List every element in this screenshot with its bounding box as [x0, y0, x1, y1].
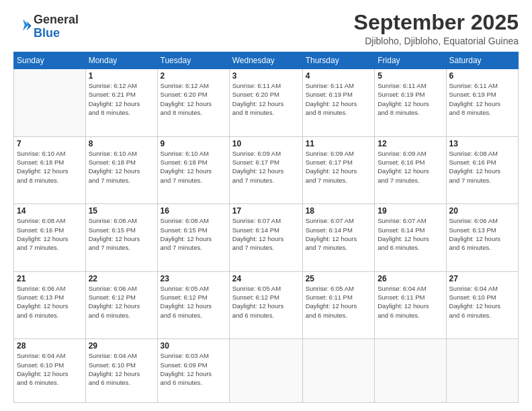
calendar-header-thursday: Thursday — [302, 52, 375, 69]
calendar-cell: 17Sunrise: 6:07 AMSunset: 6:14 PMDayligh… — [229, 204, 302, 272]
calendar-cell — [446, 339, 518, 403]
day-info: Sunrise: 6:11 AMSunset: 6:19 PMDaylight:… — [306, 81, 372, 117]
day-number: 28 — [17, 341, 83, 351]
calendar-header-sunday: Sunday — [14, 52, 86, 69]
day-number: 10 — [232, 139, 300, 148]
month-title: September 2025 — [354, 11, 519, 34]
day-number: 24 — [232, 274, 300, 283]
day-number: 8 — [89, 139, 154, 148]
calendar-cell: 19Sunrise: 6:07 AMSunset: 6:14 PMDayligh… — [375, 204, 446, 272]
calendar-week-row: 7Sunrise: 6:10 AMSunset: 6:18 PMDaylight… — [14, 136, 519, 204]
day-number: 26 — [378, 274, 443, 283]
day-info: Sunrise: 6:10 AMSunset: 6:18 PMDaylight:… — [89, 149, 154, 185]
location-subtitle: Djibloho, Djibloho, Equatorial Guinea — [354, 36, 519, 46]
page: General Blue September 2025 Djibloho, Dj… — [0, 0, 532, 411]
day-number: 25 — [306, 274, 372, 283]
day-info: Sunrise: 6:09 AMSunset: 6:16 PMDaylight:… — [378, 149, 443, 185]
calendar-cell: 24Sunrise: 6:05 AMSunset: 6:12 PMDayligh… — [229, 271, 302, 339]
day-number: 9 — [161, 139, 226, 148]
calendar-cell: 29Sunrise: 6:04 AMSunset: 6:10 PMDayligh… — [85, 339, 157, 403]
day-number: 11 — [306, 139, 372, 148]
day-info: Sunrise: 6:11 AMSunset: 6:19 PMDaylight:… — [378, 81, 443, 117]
calendar-cell: 11Sunrise: 6:09 AMSunset: 6:17 PMDayligh… — [302, 136, 375, 204]
day-info: Sunrise: 6:12 AMSunset: 6:21 PMDaylight:… — [89, 81, 154, 117]
calendar-header-row: SundayMondayTuesdayWednesdayThursdayFrid… — [14, 52, 519, 69]
calendar-cell: 27Sunrise: 6:04 AMSunset: 6:10 PMDayligh… — [446, 271, 518, 339]
day-number: 27 — [449, 274, 515, 283]
day-number: 20 — [449, 206, 515, 216]
day-info: Sunrise: 6:05 AMSunset: 6:11 PMDaylight:… — [306, 284, 372, 320]
calendar-cell: 14Sunrise: 6:08 AMSunset: 6:16 PMDayligh… — [14, 204, 86, 272]
calendar-cell: 6Sunrise: 6:11 AMSunset: 6:19 PMDaylight… — [446, 69, 518, 137]
day-number: 7 — [17, 139, 83, 148]
day-info: Sunrise: 6:12 AMSunset: 6:20 PMDaylight:… — [161, 81, 226, 117]
calendar-cell: 7Sunrise: 6:10 AMSunset: 6:18 PMDaylight… — [14, 136, 86, 204]
calendar-week-row: 14Sunrise: 6:08 AMSunset: 6:16 PMDayligh… — [14, 204, 519, 272]
day-number: 22 — [89, 274, 154, 283]
calendar-cell: 22Sunrise: 6:06 AMSunset: 6:12 PMDayligh… — [85, 271, 157, 339]
calendar-cell: 23Sunrise: 6:05 AMSunset: 6:12 PMDayligh… — [157, 271, 229, 339]
calendar-table: SundayMondayTuesdayWednesdayThursdayFrid… — [13, 52, 519, 403]
day-number: 12 — [378, 139, 443, 148]
day-number: 17 — [232, 206, 300, 216]
day-info: Sunrise: 6:06 AMSunset: 6:12 PMDaylight:… — [89, 284, 154, 320]
calendar-header-wednesday: Wednesday — [229, 52, 302, 69]
calendar-cell: 2Sunrise: 6:12 AMSunset: 6:20 PMDaylight… — [157, 69, 229, 137]
calendar-cell: 30Sunrise: 6:03 AMSunset: 6:09 PMDayligh… — [157, 339, 229, 403]
calendar-cell: 9Sunrise: 6:10 AMSunset: 6:18 PMDaylight… — [157, 136, 229, 204]
day-info: Sunrise: 6:04 AMSunset: 6:10 PMDaylight:… — [449, 284, 515, 320]
calendar-cell: 12Sunrise: 6:09 AMSunset: 6:16 PMDayligh… — [375, 136, 446, 204]
day-info: Sunrise: 6:10 AMSunset: 6:18 PMDaylight:… — [17, 149, 83, 185]
day-info: Sunrise: 6:07 AMSunset: 6:14 PMDaylight:… — [232, 216, 300, 252]
calendar-cell: 25Sunrise: 6:05 AMSunset: 6:11 PMDayligh… — [302, 271, 375, 339]
calendar-header-monday: Monday — [85, 52, 157, 69]
day-info: Sunrise: 6:10 AMSunset: 6:18 PMDaylight:… — [161, 149, 226, 185]
calendar-week-row: 28Sunrise: 6:04 AMSunset: 6:10 PMDayligh… — [14, 339, 519, 403]
day-info: Sunrise: 6:08 AMSunset: 6:15 PMDaylight:… — [161, 216, 226, 252]
day-number: 30 — [161, 341, 226, 351]
calendar-cell: 26Sunrise: 6:04 AMSunset: 6:11 PMDayligh… — [375, 271, 446, 339]
calendar-cell — [302, 339, 375, 403]
day-number: 2 — [161, 71, 226, 81]
day-info: Sunrise: 6:06 AMSunset: 6:13 PMDaylight:… — [449, 216, 515, 252]
day-number: 5 — [378, 71, 443, 81]
calendar-cell: 20Sunrise: 6:06 AMSunset: 6:13 PMDayligh… — [446, 204, 518, 272]
day-number: 14 — [17, 206, 83, 216]
day-number: 1 — [89, 71, 154, 81]
day-number: 3 — [232, 71, 300, 81]
calendar-cell: 21Sunrise: 6:06 AMSunset: 6:13 PMDayligh… — [14, 271, 86, 339]
calendar-cell: 4Sunrise: 6:11 AMSunset: 6:19 PMDaylight… — [302, 69, 375, 137]
day-info: Sunrise: 6:07 AMSunset: 6:14 PMDaylight:… — [306, 216, 372, 252]
day-number: 23 — [161, 274, 226, 283]
day-info: Sunrise: 6:11 AMSunset: 6:19 PMDaylight:… — [449, 81, 515, 117]
calendar-cell: 3Sunrise: 6:11 AMSunset: 6:20 PMDaylight… — [229, 69, 302, 137]
calendar-cell: 13Sunrise: 6:08 AMSunset: 6:16 PMDayligh… — [446, 136, 518, 204]
day-number: 15 — [89, 206, 154, 216]
calendar-cell: 10Sunrise: 6:09 AMSunset: 6:17 PMDayligh… — [229, 136, 302, 204]
calendar-cell: 28Sunrise: 6:04 AMSunset: 6:10 PMDayligh… — [14, 339, 86, 403]
logo: General Blue — [13, 13, 79, 40]
day-info: Sunrise: 6:04 AMSunset: 6:10 PMDaylight:… — [89, 351, 154, 387]
calendar-cell: 8Sunrise: 6:10 AMSunset: 6:18 PMDaylight… — [85, 136, 157, 204]
day-number: 19 — [378, 206, 443, 216]
day-info: Sunrise: 6:04 AMSunset: 6:11 PMDaylight:… — [378, 284, 443, 320]
calendar-header-friday: Friday — [375, 52, 446, 69]
day-info: Sunrise: 6:09 AMSunset: 6:17 PMDaylight:… — [232, 149, 300, 185]
calendar-cell — [375, 339, 446, 403]
day-info: Sunrise: 6:04 AMSunset: 6:10 PMDaylight:… — [17, 351, 83, 387]
calendar-cell: 1Sunrise: 6:12 AMSunset: 6:21 PMDaylight… — [85, 69, 157, 137]
calendar-cell: 18Sunrise: 6:07 AMSunset: 6:14 PMDayligh… — [302, 204, 375, 272]
day-number: 21 — [17, 274, 83, 283]
day-info: Sunrise: 6:08 AMSunset: 6:15 PMDaylight:… — [89, 216, 154, 252]
day-number: 29 — [89, 341, 154, 351]
day-number: 6 — [449, 71, 515, 81]
calendar-cell — [229, 339, 302, 403]
title-block: September 2025 Djibloho, Djibloho, Equat… — [354, 11, 519, 46]
day-info: Sunrise: 6:06 AMSunset: 6:13 PMDaylight:… — [17, 284, 83, 320]
day-info: Sunrise: 6:05 AMSunset: 6:12 PMDaylight:… — [161, 284, 226, 320]
logo-text: General Blue — [34, 13, 79, 40]
day-number: 4 — [306, 71, 372, 81]
calendar-week-row: 1Sunrise: 6:12 AMSunset: 6:21 PMDaylight… — [14, 69, 519, 137]
day-info: Sunrise: 6:03 AMSunset: 6:09 PMDaylight:… — [161, 351, 226, 387]
calendar-header-tuesday: Tuesday — [157, 52, 229, 69]
